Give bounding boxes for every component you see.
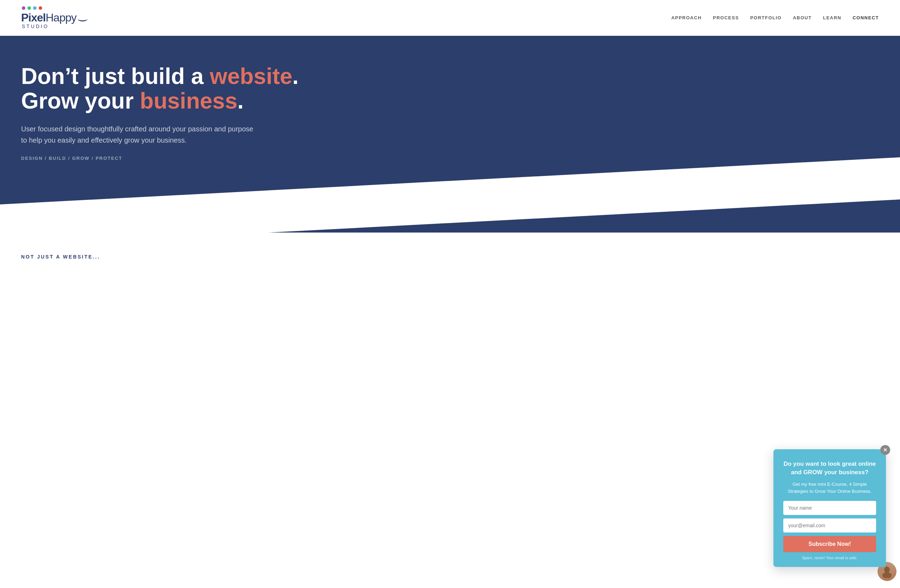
hero-title: Don’t just build a website. Grow your bu… xyxy=(21,64,309,113)
nav-about[interactable]: ABOUT xyxy=(793,15,812,20)
section-label: NOT JUST A WEBSITE... xyxy=(21,254,100,260)
nav-learn[interactable]: LEARN xyxy=(823,15,841,20)
hero-subtitle: User focused design thoughtfully crafted… xyxy=(21,123,260,146)
logo-dots xyxy=(21,6,87,10)
logo-text: Pixel Happy xyxy=(21,11,87,24)
logo-pixel: Pixel xyxy=(21,11,46,24)
hero-title-period1: . xyxy=(293,63,299,89)
dot-green xyxy=(28,6,31,10)
hero-title-highlight1: website xyxy=(210,63,293,89)
logo-happy: Happy xyxy=(46,11,77,24)
nav-portfolio[interactable]: PORTFOLIO xyxy=(750,15,782,20)
hero-content: Don’t just build a website. Grow your bu… xyxy=(21,64,309,161)
nav-connect[interactable]: CONNECT xyxy=(852,15,879,20)
hero-title-highlight2: business xyxy=(140,88,237,113)
hero-title-part1: Don’t just build a xyxy=(21,63,210,89)
hero-tags: DESIGN / BUILD / GROW / PROTECT xyxy=(21,156,309,161)
below-hero-section: NOT JUST A WEBSITE... xyxy=(0,232,900,274)
dot-purple xyxy=(22,6,25,10)
main-nav: APPROACH PROCESS PORTFOLIO ABOUT LEARN C… xyxy=(671,15,879,20)
hero-title-period2: . xyxy=(237,88,244,113)
logo[interactable]: Pixel Happy STUDIO xyxy=(21,6,87,29)
site-header: Pixel Happy STUDIO APPROACH PROCESS PORT… xyxy=(0,0,900,36)
nav-approach[interactable]: APPROACH xyxy=(671,15,701,20)
logo-smile-icon xyxy=(78,17,87,22)
hero-title-part2: Grow your xyxy=(21,88,140,113)
dot-red xyxy=(39,6,42,10)
nav-process[interactable]: PROCESS xyxy=(713,15,739,20)
dot-blue xyxy=(33,6,37,10)
logo-studio: STUDIO xyxy=(21,23,87,29)
hero-section: Don’t just build a website. Grow your bu… xyxy=(0,36,900,232)
